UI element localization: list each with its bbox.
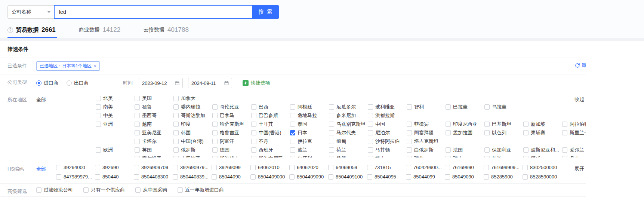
checkbox-icon[interactable] <box>368 139 373 144</box>
checkbox-item[interactable]: 85285900 <box>484 174 523 180</box>
checkbox-item[interactable]: 沙特阿拉伯 <box>368 138 407 144</box>
checkbox-item[interactable]: 8528590000 <box>523 174 561 180</box>
checkbox-icon[interactable] <box>368 104 373 110</box>
checkbox-item[interactable]: 英国 <box>135 147 173 153</box>
checkbox-item[interactable]: 芬兰 <box>484 156 523 157</box>
checkbox-item[interactable]: 保加利亚 <box>484 147 523 153</box>
checkbox-item[interactable]: 巴基斯坦 <box>484 121 523 127</box>
checkbox-icon[interactable] <box>212 147 218 153</box>
checkbox-item[interactable]: 巴拉圭 <box>446 104 484 110</box>
checkbox-item[interactable]: 塔吉克斯坦 <box>407 138 446 144</box>
checkbox-icon[interactable] <box>173 147 179 153</box>
checkbox-item[interactable]: 阿塞拜疆 <box>407 130 446 136</box>
checkbox-item[interactable]: 厄瓜多尔 <box>329 104 368 110</box>
checkbox-icon[interactable] <box>329 139 334 144</box>
checkbox-icon[interactable] <box>212 156 218 157</box>
checkbox-item[interactable]: 洪都拉斯 <box>368 113 407 119</box>
checkbox-item[interactable]: 日本 <box>290 130 329 136</box>
checkbox-icon[interactable] <box>484 147 490 153</box>
checkbox-icon[interactable] <box>445 174 450 180</box>
checkbox-item[interactable]: 西班牙 <box>251 147 290 153</box>
checkbox-item[interactable]: 俄罗斯 <box>173 147 212 153</box>
radio-exporter[interactable]: 出口商 <box>67 80 89 86</box>
checkbox-icon[interactable] <box>251 122 256 127</box>
checkbox-icon[interactable] <box>96 122 101 127</box>
checkbox-item[interactable]: 多米尼加 <box>329 113 368 119</box>
checkbox-item[interactable]: 巴巴多斯 <box>251 113 290 119</box>
quick-options-button[interactable]: 快捷选项 <box>243 80 270 86</box>
checkbox-icon[interactable] <box>406 165 411 170</box>
checkbox-icon[interactable] <box>134 174 139 180</box>
checkbox-icon[interactable] <box>135 187 141 193</box>
checkbox-icon[interactable] <box>367 165 372 170</box>
checkbox-icon[interactable] <box>135 156 140 157</box>
checkbox-item[interactable]: 阿根廷 <box>290 104 329 110</box>
checkbox-icon[interactable] <box>562 130 567 135</box>
checkbox-icon[interactable] <box>135 139 140 144</box>
checkbox-icon[interactable] <box>329 130 334 135</box>
checkbox-item[interactable]: 64062010 <box>250 165 289 171</box>
checkbox-item[interactable]: 761699909... <box>484 165 523 171</box>
checkbox-item[interactable]: 阿富汗 <box>212 138 251 144</box>
checkbox-icon[interactable] <box>173 174 178 180</box>
checkbox-icon[interactable] <box>212 174 217 180</box>
checkbox-icon[interactable] <box>368 122 373 127</box>
checkbox-item[interactable]: 8302500000 <box>523 165 561 171</box>
checkbox-icon[interactable] <box>135 113 140 118</box>
checkbox-item[interactable]: 丹麦 <box>562 156 586 157</box>
search-input[interactable] <box>54 5 252 19</box>
checkbox-icon[interactable] <box>329 104 334 110</box>
date-start-input[interactable]: 2023-09-12 <box>139 78 183 88</box>
checkbox-icon[interactable] <box>173 113 179 118</box>
tab-trade-data[interactable]: ? 贸易数据 2661 <box>7 26 57 38</box>
checkbox-icon[interactable] <box>96 104 101 110</box>
checkbox-icon[interactable] <box>523 174 528 180</box>
checkbox-item[interactable]: 法国 <box>446 147 484 153</box>
checkbox-icon[interactable] <box>562 147 567 153</box>
checkbox-icon[interactable] <box>251 113 256 118</box>
checkbox-item[interactable]: 爱尔兰 <box>562 147 586 153</box>
checkbox-icon[interactable] <box>251 139 256 144</box>
checkbox-icon[interactable] <box>212 165 217 170</box>
checkbox-icon[interactable] <box>173 96 179 101</box>
checkbox-icon[interactable] <box>484 156 490 157</box>
reset-button[interactable]: 重置 <box>575 62 586 69</box>
checkbox-icon[interactable] <box>484 174 489 180</box>
checkbox-icon[interactable] <box>328 165 333 170</box>
checkbox-icon[interactable] <box>290 156 295 157</box>
checkbox-icon[interactable] <box>178 187 183 193</box>
checkbox-item[interactable]: 希腊 <box>329 156 368 157</box>
tab-business-data[interactable]: 商业数据 14122 <box>79 26 122 38</box>
checkbox-icon[interactable] <box>328 174 333 180</box>
checkbox-item[interactable]: 智利 <box>407 104 446 110</box>
checkbox-icon[interactable] <box>290 113 295 118</box>
checkbox-item[interactable]: 731815 <box>367 165 406 171</box>
checkbox-item[interactable]: 泰国 <box>290 121 329 127</box>
checkbox-item[interactable]: 只有一个供应商 <box>83 187 125 193</box>
checkbox-icon[interactable] <box>173 122 179 127</box>
hs-all-button[interactable]: 全部 <box>36 166 46 172</box>
checkbox-icon[interactable] <box>407 147 412 153</box>
checkbox-item[interactable]: 85044099 <box>406 174 445 180</box>
checkbox-item[interactable]: 斯洛伐克 <box>212 156 251 157</box>
checkbox-icon[interactable] <box>83 187 89 193</box>
checkbox-icon[interactable] <box>290 139 295 144</box>
radio-importer[interactable]: 进口商 <box>36 80 58 86</box>
checkbox-icon[interactable] <box>135 104 140 110</box>
checkbox-item[interactable]: 斯里兰卡 <box>562 130 586 136</box>
checkbox-icon[interactable] <box>446 130 451 135</box>
checkbox-item[interactable]: 39264000 <box>56 165 95 171</box>
checkbox-item[interactable]: 塞尔维亚 <box>135 156 173 157</box>
checkbox-icon[interactable] <box>329 122 334 127</box>
checkbox-item[interactable]: 卡塔尔 <box>135 138 173 144</box>
checkbox-item[interactable]: 乌拉圭 <box>484 104 523 110</box>
checkbox-item[interactable]: 秘鲁 <box>135 104 173 110</box>
checkbox-item[interactable]: 马其顿 <box>368 147 407 153</box>
checkbox-icon[interactable] <box>407 139 412 144</box>
expand-button[interactable]: 展开 <box>574 165 584 172</box>
tab-cloud-search-data[interactable]: 云搜数据 401788 <box>144 26 190 38</box>
checkbox-item[interactable]: 不丹 <box>251 138 290 144</box>
checkbox-item[interactable]: 匈牙利 <box>290 156 329 157</box>
checkbox-item[interactable]: 从中国采购 <box>135 187 167 193</box>
checkbox-item[interactable]: 捷克 <box>368 156 407 157</box>
